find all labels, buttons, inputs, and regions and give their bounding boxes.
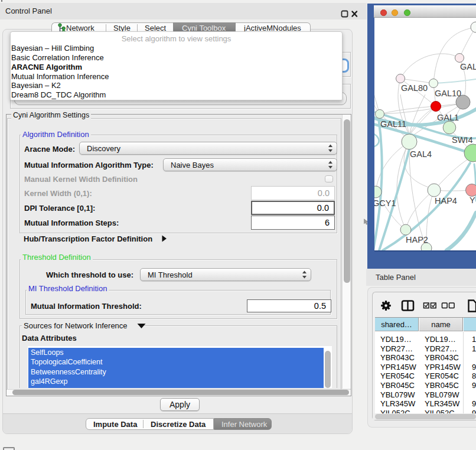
svg-text:GAL10: GAL10: [435, 89, 461, 98]
svg-text:GAL4: GAL4: [410, 149, 432, 159]
svg-text:GAL80: GAL80: [401, 83, 428, 93]
svg-text:GAL1: GAL1: [437, 113, 459, 122]
svg-text:GAL: GAL: [460, 62, 476, 71]
svg-text:GAL11: GAL11: [380, 119, 406, 129]
svg-text:Y: Y: [470, 195, 475, 205]
svg-text:SWI4: SWI4: [452, 135, 472, 145]
svg-text:HAP4: HAP4: [435, 196, 457, 206]
svg-text:HAP2: HAP2: [406, 235, 428, 244]
svg-text:GCY1: GCY1: [374, 198, 396, 208]
